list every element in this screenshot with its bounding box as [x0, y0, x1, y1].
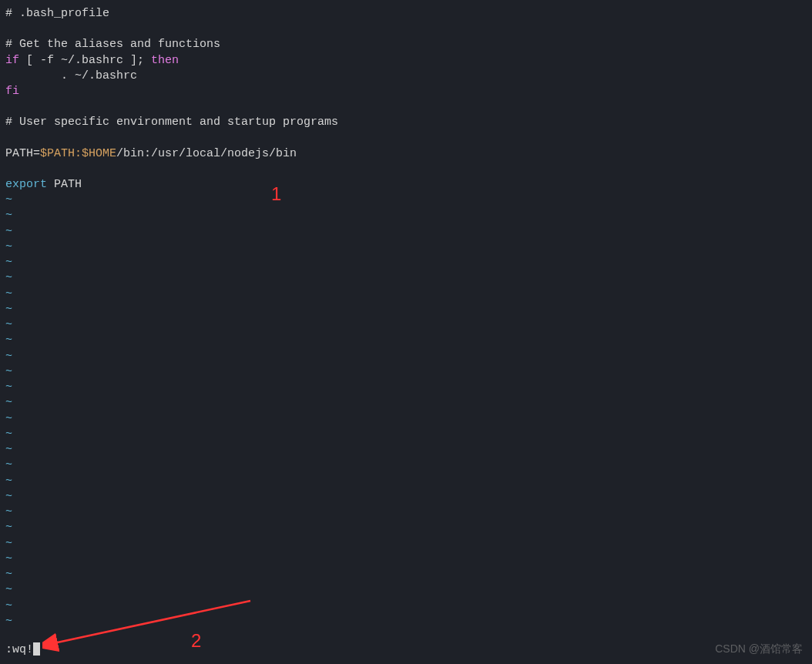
- empty-line-tilde: ~: [5, 474, 807, 489]
- empty-line-tilde: ~: [5, 582, 807, 598]
- terminal-editor[interactable]: # .bash_profile # Get the aliases and fu…: [0, 0, 812, 664]
- blank-line: [5, 131, 807, 146]
- empty-line-tilde: ~: [5, 224, 807, 240]
- file-comment: # Get the aliases and functions: [5, 37, 807, 52]
- file-comment: # User specific environment and startup …: [5, 115, 807, 130]
- empty-line-tilde: ~: [5, 614, 807, 629]
- keyword-then: then: [151, 54, 179, 67]
- path-prefix: PATH=: [5, 147, 40, 160]
- empty-line-markers: ~~~~~~~~~~~~~~~~~~~~~~~~~~~~: [5, 193, 807, 629]
- annotation-label-2: 2: [191, 629, 201, 653]
- empty-line-tilde: ~: [5, 302, 807, 317]
- empty-line-tilde: ~: [5, 427, 807, 442]
- empty-line-tilde: ~: [5, 536, 807, 552]
- if-statement: if [ -f ~/.bashrc ]; then: [5, 53, 807, 69]
- path-assignment: PATH=$PATH:$HOME/bin:/usr/local/nodejs/b…: [5, 146, 807, 162]
- file-comment: # .bash_profile: [5, 6, 807, 22]
- empty-line-tilde: ~: [5, 364, 807, 380]
- blank-line: [5, 22, 807, 37]
- export-var: PATH: [47, 178, 82, 191]
- empty-line-tilde: ~: [5, 380, 807, 395]
- empty-line-tilde: ~: [5, 552, 807, 567]
- keyword-if: if: [5, 54, 19, 67]
- blank-line: [5, 162, 807, 177]
- empty-line-tilde: ~: [5, 505, 807, 520]
- vim-command-line[interactable]: :wq!: [5, 642, 807, 658]
- empty-line-tilde: ~: [5, 411, 807, 427]
- path-vars: $PATH:$HOME: [40, 147, 116, 160]
- path-suffix: /bin:/usr/local/nodejs/bin: [116, 147, 297, 160]
- empty-line-tilde: ~: [5, 208, 807, 223]
- watermark-text: CSDN @酒馆常客: [715, 642, 803, 656]
- empty-line-tilde: ~: [5, 349, 807, 364]
- keyword-export: export: [5, 178, 47, 191]
- empty-line-tilde: ~: [5, 255, 807, 270]
- empty-line-tilde: ~: [5, 240, 807, 255]
- empty-line-tilde: ~: [5, 458, 807, 473]
- empty-line-tilde: ~: [5, 567, 807, 582]
- vim-command-text: :wq!: [5, 643, 33, 656]
- empty-line-tilde: ~: [5, 287, 807, 302]
- empty-line-tilde: ~: [5, 442, 807, 458]
- empty-line-tilde: ~: [5, 395, 807, 411]
- empty-line-tilde: ~: [5, 270, 807, 286]
- condition-text: [ -f ~/.bashrc ];: [19, 54, 151, 67]
- empty-line-tilde: ~: [5, 520, 807, 535]
- empty-line-tilde: ~: [5, 317, 807, 333]
- source-line: . ~/.bashrc: [5, 69, 807, 84]
- empty-line-tilde: ~: [5, 193, 807, 208]
- empty-line-tilde: ~: [5, 489, 807, 505]
- empty-line-tilde: ~: [5, 599, 807, 614]
- empty-line-tilde: ~: [5, 333, 807, 348]
- blank-line: [5, 99, 807, 115]
- export-statement: export PATH: [5, 177, 807, 193]
- annotation-label-1: 1: [271, 182, 281, 206]
- cursor-icon: [33, 642, 40, 656]
- keyword-fi: fi: [5, 84, 807, 99]
